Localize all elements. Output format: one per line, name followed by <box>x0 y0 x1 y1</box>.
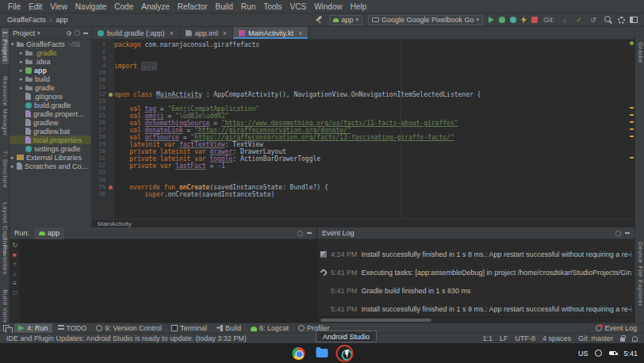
settings-icon[interactable] <box>618 17 625 24</box>
chevron-right-icon[interactable]: ▸ <box>11 163 17 170</box>
indent-setting[interactable]: 4 spaces <box>542 334 571 342</box>
run-icon[interactable] <box>489 17 494 23</box>
notifications-icon[interactable] <box>632 336 638 342</box>
caret-position[interactable]: 1:1 <box>482 334 493 342</box>
menu-code[interactable]: Code <box>110 1 137 13</box>
event-log-entry[interactable]: 5:41 PMInstall successfully finished in … <box>320 305 631 313</box>
menu-vcs[interactable]: VCS <box>286 1 311 13</box>
warning-mark[interactable] <box>630 136 634 137</box>
gear-icon[interactable] <box>75 30 80 36</box>
breadcrumb-module[interactable]: app <box>56 16 68 24</box>
rerun-icon[interactable]: ↻ <box>12 243 17 249</box>
tab-build-gradle-app[interactable]: build.gradle (:app)× <box>92 27 180 39</box>
hide-panel-icon[interactable] <box>625 232 630 234</box>
warning-mark[interactable] <box>630 107 634 109</box>
warning-mark[interactable] <box>630 121 634 123</box>
soft-wrap-icon[interactable]: ≡ <box>13 281 17 287</box>
tree-item-gradle[interactable]: ▸gradle <box>10 83 91 92</box>
tool-strip-resource-manager[interactable]: Resource Manager <box>2 74 9 139</box>
project-panel-header[interactable]: Project ▾ <box>10 27 91 40</box>
tool-button-build[interactable]: Build <box>213 323 245 334</box>
clock[interactable]: 5:41 <box>623 350 638 357</box>
files-icon[interactable] <box>316 349 328 357</box>
error-stripe[interactable] <box>629 40 634 219</box>
menu-navigate[interactable]: Navigate <box>71 1 110 13</box>
warning-mark[interactable] <box>630 157 634 159</box>
menu-help[interactable]: Help <box>347 1 371 13</box>
chevron-right-icon[interactable]: ▸ <box>11 155 17 161</box>
menu-window[interactable]: Window <box>310 1 347 13</box>
chevron-down-icon[interactable]: ▾ <box>11 41 17 48</box>
tool-button-4-run[interactable]: 4: Run <box>14 323 52 334</box>
keyboard-layout-badge[interactable]: US <box>578 350 588 357</box>
tree-item-build[interactable]: ▸build <box>10 75 91 83</box>
tree-item-giraffefacts[interactable]: ▾GiraffeFacts~/St <box>10 40 91 48</box>
tree-item-scratches-and-co[interactable]: ▸Scratches and Co... <box>10 162 91 170</box>
git-branch[interactable]: Git: master <box>578 334 613 342</box>
tool-strip-device-file-explorer[interactable]: Device File Explorer <box>637 239 644 309</box>
gear-icon[interactable] <box>615 231 621 236</box>
warning-mark[interactable] <box>630 114 634 116</box>
implement-marker-icon[interactable] <box>108 91 114 98</box>
layout-icon[interactable] <box>630 17 638 23</box>
tab-mainactivity-kt[interactable]: MainActivity.kt× <box>233 27 309 39</box>
chevron-right-icon[interactable]: ▸ <box>20 50 25 56</box>
tool-button-9-version-control[interactable]: 9: Version Control <box>92 323 166 334</box>
tree-item-gradle-propert[interactable]: gradle.propert... <box>10 109 91 118</box>
tree-item-app[interactable]: ▸app <box>10 66 91 75</box>
run-tab-app[interactable]: app <box>34 227 64 239</box>
menu-analyze[interactable]: Analyze <box>137 1 174 13</box>
tree-item-settings-gradle[interactable]: settings.gradle <box>10 144 91 153</box>
tree-item-gradlew-bat[interactable]: gradlew.bat <box>10 127 91 136</box>
tool-strip-gradle[interactable]: Gradle <box>637 40 644 66</box>
stop-icon[interactable] <box>531 17 538 23</box>
menu-build[interactable]: Build <box>212 1 237 13</box>
git-commit-icon[interactable]: ✓ <box>574 15 584 25</box>
hide-panel-icon[interactable] <box>307 232 312 234</box>
tree-item-gradlew[interactable]: gradlew <box>10 118 91 127</box>
profiler-icon[interactable] <box>510 17 516 23</box>
breadcrumb-project[interactable]: GiraffeFacts <box>7 16 46 24</box>
chevron-right-icon[interactable]: ▸ <box>20 85 25 91</box>
override-marker-icon[interactable] <box>108 184 114 191</box>
tree-item-gradle[interactable]: ▸.gradle <box>10 48 91 57</box>
run-console[interactable] <box>21 239 316 323</box>
clear-icon[interactable]: □ <box>13 290 17 296</box>
device-select[interactable]: Google Google Pixelbook Go ▾ <box>368 15 483 25</box>
apply-changes-icon[interactable] <box>521 17 527 24</box>
chevron-right-icon[interactable]: ▸ <box>20 76 25 82</box>
chevron-right-icon[interactable]: ▸ <box>20 67 25 74</box>
tree-item-local-properties[interactable]: local.properties <box>10 136 91 144</box>
git-revert-icon[interactable]: ↺ <box>588 15 598 25</box>
scroll-down-icon[interactable]: ↓ <box>13 271 17 277</box>
tool-window-switcher-icon[interactable] <box>3 325 10 331</box>
warning-mark[interactable] <box>630 128 634 130</box>
editor-breadcrumb[interactable]: MainActivity <box>98 220 132 227</box>
tool-strip-7-structure[interactable]: 7: Structure <box>2 148 9 190</box>
menu-refactor[interactable]: Refactor <box>174 1 212 13</box>
tree-item-idea[interactable]: ▸.idea <box>10 57 91 66</box>
taskbar-status-area[interactable]: US 5:41 <box>578 343 638 363</box>
gear-icon[interactable] <box>297 231 303 236</box>
code-editor[interactable]: 1package com.naranjaconsal.giraffefacts2… <box>92 40 634 219</box>
debug-icon[interactable] <box>499 17 505 23</box>
event-log-entry[interactable]: 4:24 PMInstall successfully finished in … <box>320 250 631 258</box>
menu-edit[interactable]: Edit <box>25 1 46 13</box>
build-hammer-icon[interactable] <box>314 15 324 25</box>
git-update-icon[interactable]: ↓ <box>560 15 569 25</box>
inspection-status-icon[interactable] <box>630 41 634 45</box>
event-log-content[interactable]: 4:24 PMInstall successfully finished in … <box>317 239 634 316</box>
close-icon[interactable]: × <box>223 29 227 37</box>
chrome-icon[interactable] <box>293 347 305 360</box>
scroll-up-icon[interactable]: ↑ <box>13 262 17 268</box>
menu-tools[interactable]: Tools <box>259 1 286 13</box>
tree-item-external-libraries[interactable]: ▸External Libraries <box>10 153 91 162</box>
hide-panel-icon[interactable] <box>83 32 88 34</box>
file-encoding[interactable]: UTF-8 <box>515 334 535 342</box>
line-ending[interactable]: LF <box>500 334 508 342</box>
lock-icon[interactable] <box>620 338 625 342</box>
stop-icon[interactable]: ■ <box>13 252 17 258</box>
menu-run[interactable]: Run <box>237 1 259 13</box>
editor-breadcrumb-bar[interactable]: MainActivity <box>92 219 634 227</box>
close-icon[interactable]: × <box>170 29 174 37</box>
